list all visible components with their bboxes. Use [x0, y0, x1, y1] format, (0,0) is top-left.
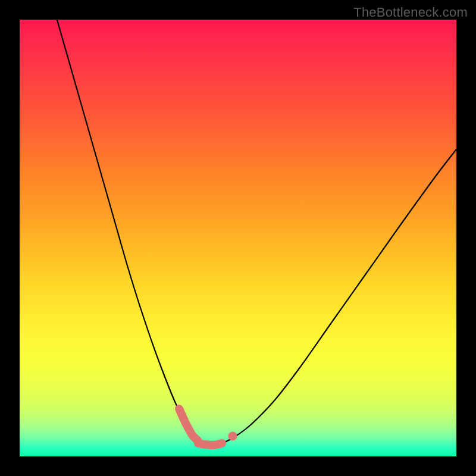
plot-area [20, 20, 456, 456]
bottleneck-curve [55, 20, 456, 445]
curve-svg [20, 20, 456, 456]
marker-right-dot [228, 432, 237, 441]
marker-left-segment [179, 409, 198, 441]
marker-bottom-segment [198, 443, 222, 445]
attribution-text: TheBottleneck.com [353, 5, 468, 20]
chart-frame: TheBottleneck.com [0, 0, 476, 476]
